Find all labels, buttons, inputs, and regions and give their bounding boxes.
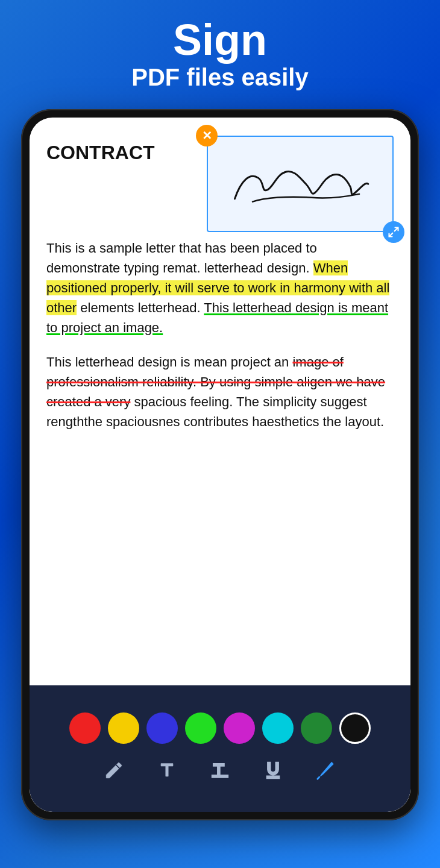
signature-box	[207, 136, 394, 232]
phone-screen: ✕ CONT	[30, 118, 410, 685]
color-black[interactable]	[339, 712, 371, 744]
color-palette	[69, 712, 371, 744]
signature-area[interactable]: ✕	[207, 136, 394, 232]
phone-frame: ✕ CONT	[21, 109, 419, 820]
phone-inner: ✕ CONT	[30, 118, 410, 812]
para1-text1: This is a sample letter that has been pl…	[46, 241, 317, 275]
color-dark-green[interactable]	[301, 712, 332, 744]
paragraph-1: This is a sample letter that has been pl…	[46, 238, 394, 338]
pen-tool[interactable]	[312, 756, 341, 785]
text-underline-tool[interactable]	[259, 756, 288, 785]
paragraph-2: This letterhead design is mean project a…	[46, 352, 394, 432]
app-header: Sign PDF files easily	[119, 0, 320, 103]
svg-rect-0	[212, 776, 228, 778]
resize-button[interactable]	[383, 221, 404, 243]
text-tool[interactable]	[152, 756, 181, 785]
color-green[interactable]	[185, 712, 216, 744]
color-red[interactable]	[69, 712, 101, 744]
color-cyan[interactable]	[262, 712, 294, 744]
phone-wrapper: ✕ CONT	[21, 109, 419, 820]
text-bold-tool[interactable]	[206, 756, 234, 785]
para2-text1: This letterhead design is mean project a…	[46, 354, 292, 370]
bottom-toolbar	[30, 685, 410, 812]
header-title: Sign	[131, 18, 308, 61]
color-blue[interactable]	[146, 712, 178, 744]
tool-row	[99, 756, 341, 785]
header-subtitle: PDF files easily	[131, 64, 308, 91]
color-yellow[interactable]	[108, 712, 139, 744]
para1-text2: elements letterhead.	[77, 300, 204, 315]
pencil-tool[interactable]	[99, 756, 128, 785]
close-button[interactable]: ✕	[196, 125, 218, 146]
color-purple[interactable]	[224, 712, 255, 744]
